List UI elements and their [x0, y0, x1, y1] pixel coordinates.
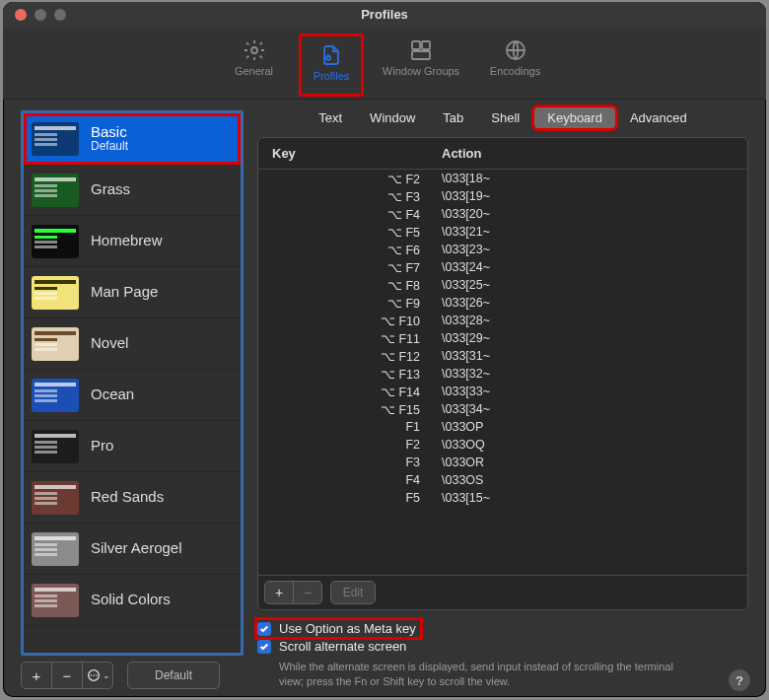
table-row[interactable]: ⌥ F4\033[20~ — [258, 205, 747, 223]
tab-shell[interactable]: Shell — [477, 106, 533, 129]
cell-key: F3 — [272, 455, 442, 469]
add-profile-button[interactable]: + — [21, 662, 52, 689]
profile-item-basic[interactable]: BasicDefault — [24, 113, 241, 165]
cell-action: \033[28~ — [442, 314, 747, 327]
zoom-icon[interactable] — [54, 9, 66, 21]
svg-point-9 — [95, 674, 97, 676]
remove-mapping-button[interactable]: − — [294, 581, 322, 604]
profile-item-manpage[interactable]: Man Page — [24, 267, 241, 318]
cell-key: ⌥ F11 — [272, 331, 442, 346]
keyboard-mappings-panel: Key Action ⌥ F2\033[18~⌥ F3\033[19~⌥ F4\… — [257, 137, 748, 610]
profile-thumbnail — [32, 481, 79, 515]
tab-tab[interactable]: Tab — [429, 106, 477, 129]
add-mapping-button[interactable]: + — [264, 581, 294, 604]
column-key[interactable]: Key — [272, 146, 442, 161]
profile-item-ocean[interactable]: Ocean — [24, 370, 241, 421]
profile-item-silver[interactable]: Silver Aerogel — [24, 524, 241, 575]
table-row[interactable]: F4\033OS — [258, 471, 747, 489]
profile-thumbnail — [32, 379, 79, 412]
cell-action: \033[33~ — [442, 385, 747, 398]
table-row[interactable]: ⌥ F10\033[28~ — [258, 312, 747, 329]
table-row[interactable]: ⌥ F6\033[23~ — [258, 241, 747, 258]
profile-item-solid[interactable]: Solid Colors — [24, 575, 241, 626]
cell-key: F2 — [272, 438, 442, 452]
table-row[interactable]: ⌥ F8\033[25~ — [258, 276, 747, 294]
table-row[interactable]: ⌥ F7\033[24~ — [258, 258, 747, 276]
cell-action: \033OP — [442, 420, 747, 434]
scroll-alt-label: Scroll alternate screen — [279, 639, 406, 654]
svg-rect-4 — [412, 51, 430, 59]
globe-icon — [503, 37, 528, 63]
tab-advanced[interactable]: Advanced — [616, 106, 701, 129]
tab-encodings[interactable]: Encodings — [478, 34, 552, 87]
edit-mapping-button[interactable]: Edit — [330, 581, 376, 604]
scroll-alt-row[interactable]: Scroll alternate screen — [257, 639, 748, 654]
cell-key: ⌥ F14 — [272, 385, 442, 399]
cell-action: \033[34~ — [442, 402, 747, 416]
option-as-meta-row[interactable]: Use Option as Meta key — [257, 620, 420, 637]
table-row[interactable]: ⌥ F3\033[19~ — [258, 187, 747, 205]
tab-label: Encodings — [490, 65, 540, 77]
cell-action: \033[19~ — [442, 189, 747, 203]
profile-item-pro[interactable]: Pro — [24, 421, 241, 472]
cell-key: ⌥ F4 — [272, 207, 442, 222]
table-row[interactable]: F3\033OR — [258, 454, 747, 471]
table-row[interactable]: ⌥ F13\033[32~ — [258, 365, 747, 383]
table-row[interactable]: F5\033[15~ — [258, 489, 747, 507]
table-row[interactable]: ⌥ F5\033[21~ — [258, 223, 747, 241]
table-body[interactable]: ⌥ F2\033[18~⌥ F3\033[19~⌥ F4\033[20~⌥ F5… — [258, 170, 747, 575]
cell-key: ⌥ F2 — [272, 172, 442, 186]
tab-label: Window Groups — [383, 65, 459, 77]
cell-key: ⌥ F8 — [272, 278, 442, 293]
table-row[interactable]: ⌥ F2\033[18~ — [258, 170, 747, 187]
svg-rect-2 — [412, 41, 420, 49]
tab-keyboard[interactable]: Keyboard — [533, 106, 616, 129]
profile-settings-pane: TextWindowTabShellKeyboardAdvanced Key A… — [257, 106, 748, 689]
table-row[interactable]: ⌥ F14\033[33~ — [258, 383, 747, 400]
svg-point-7 — [93, 674, 95, 676]
tab-general[interactable]: General — [217, 34, 291, 87]
remove-profile-button[interactable]: − — [52, 662, 83, 689]
profile-thumbnail — [32, 225, 79, 258]
profile-name: Novel — [91, 335, 128, 352]
profile-name: Homebrew — [91, 233, 163, 249]
tab-label: General — [235, 65, 273, 77]
cell-action: \033[32~ — [442, 367, 747, 381]
svg-rect-3 — [422, 41, 430, 49]
table-row[interactable]: ⌥ F9\033[26~ — [258, 294, 747, 312]
column-action[interactable]: Action — [442, 146, 481, 161]
cell-action: \033[29~ — [442, 331, 747, 345]
close-icon[interactable] — [15, 9, 27, 21]
tab-text[interactable]: Text — [305, 106, 356, 129]
cell-key: ⌥ F15 — [272, 402, 442, 417]
table-row[interactable]: ⌥ F15\033[34~ — [258, 400, 747, 418]
table-row[interactable]: F1\033OP — [258, 418, 747, 436]
profile-icon — [318, 42, 344, 68]
tab-window-groups[interactable]: Window Groups — [372, 34, 470, 87]
profile-item-novel[interactable]: Novel — [24, 318, 241, 370]
profile-item-homebrew[interactable]: Homebrew — [24, 216, 241, 267]
tab-profiles[interactable]: Profiles — [304, 38, 359, 92]
window-controls — [15, 9, 66, 21]
table-row[interactable]: ⌥ F12\033[31~ — [258, 347, 747, 365]
scroll-alt-hint: While the alternate screen is displayed,… — [279, 660, 693, 689]
profile-item-grass[interactable]: Grass — [24, 165, 241, 216]
profile-thumbnail — [32, 327, 79, 361]
cell-action: \033[21~ — [442, 225, 747, 239]
profile-actions-menu[interactable]: ⌄ — [83, 662, 113, 689]
svg-point-0 — [251, 47, 257, 53]
set-default-button[interactable]: Default — [127, 662, 220, 689]
tab-window[interactable]: Window — [356, 106, 429, 129]
table-row[interactable]: ⌥ F11\033[29~ — [258, 329, 747, 347]
profile-list[interactable]: BasicDefaultGrassHomebrewMan PageNovelOc… — [21, 110, 244, 656]
cell-action: \033[23~ — [442, 243, 747, 256]
profile-item-redsands[interactable]: Red Sands — [24, 472, 241, 524]
cell-key: F4 — [272, 473, 442, 487]
profile-thumbnail — [32, 430, 79, 463]
table-row[interactable]: F2\033OQ — [258, 436, 747, 454]
minimize-icon[interactable] — [35, 9, 46, 21]
cell-key: ⌥ F13 — [272, 367, 442, 382]
help-button[interactable]: ? — [729, 669, 750, 691]
gear-icon — [242, 37, 267, 63]
cell-key: F5 — [272, 491, 442, 505]
